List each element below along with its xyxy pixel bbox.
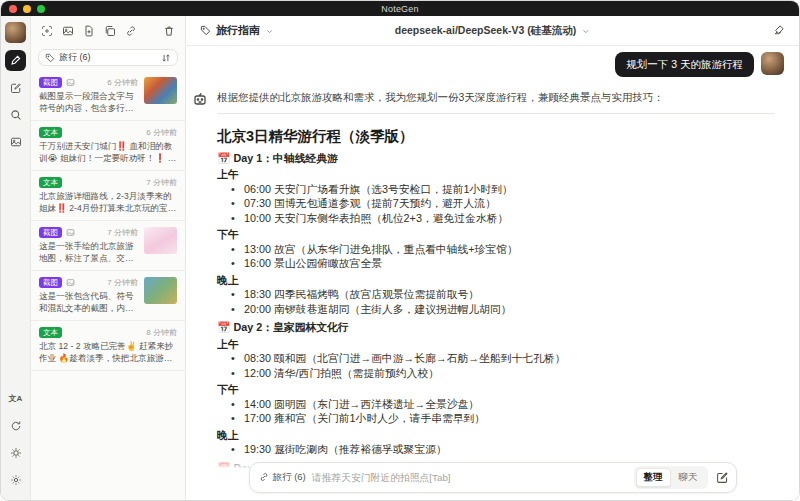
sidebar-toolbar: [31, 16, 185, 46]
note-card[interactable]: 文本 8 分钟前 北京 12 - 2 攻略已完善✌️ 赶紧来抄作业 🔥趁着淡季，…: [31, 321, 185, 371]
compose-icon: [10, 82, 22, 94]
app-rail: 文A: [1, 16, 31, 501]
user-avatar: [761, 52, 784, 75]
itinerary-item: 06:00 天安门广场看升旗（选3号安检口，提前1小时到）: [217, 182, 775, 197]
user-avatar[interactable]: [5, 22, 26, 43]
itinerary-time-label: 晚上: [217, 273, 775, 288]
note-card[interactable]: 截图 6 分钟前 截图显示一段混合文字与符号的内容，包含多行无序排列的字母、数字…: [31, 71, 185, 121]
itinerary-item: 20:00 南锣鼓巷逛胡同（主街人多，建议拐进帽儿胡同）: [217, 302, 775, 317]
sort-icon[interactable]: [161, 49, 171, 67]
note-thumbnail: [144, 277, 177, 304]
note-timestamp: 7 分钟前: [146, 177, 177, 188]
itinerary-title: 北京3日精华游行程（淡季版）: [217, 127, 775, 146]
settings-button[interactable]: [5, 469, 26, 490]
theme-toggle-button[interactable]: [5, 442, 26, 463]
robot-icon: [192, 91, 208, 476]
note-timestamp: 7 分钟前: [107, 227, 138, 238]
sync-button[interactable]: [5, 415, 26, 436]
note-card[interactable]: 截图 7 分钟前 这是一张手绘的北京旅游地图，标注了景点、交通方式和门票价格，如…: [31, 221, 185, 271]
itinerary-time-label: 晚上: [217, 428, 775, 443]
chat-input[interactable]: [312, 472, 628, 483]
new-chat-button[interactable]: [716, 471, 729, 484]
translate-button[interactable]: 文A: [5, 388, 26, 409]
trash-icon[interactable]: [163, 25, 175, 37]
model-selector[interactable]: deepseek-ai/DeepSeek-V3 (硅基流动): [395, 22, 590, 40]
note-type-badge: 文本: [39, 327, 62, 338]
organize-mode-button[interactable]: 整理: [636, 468, 671, 487]
sync-icon: [10, 420, 22, 432]
itinerary-item: 19:30 簋街吃涮肉（推荐裕德孚或聚宝源）: [217, 442, 775, 457]
itinerary-time-label: 上午: [217, 167, 775, 182]
itinerary-item: 16:00 景山公园俯瞰故宫全景: [217, 256, 775, 271]
chevron-down-icon: [265, 22, 274, 40]
record-note-tab[interactable]: [5, 50, 26, 71]
copy-icon[interactable]: [104, 25, 116, 37]
user-message: 规划一下 3 天的旅游行程: [615, 52, 754, 77]
note-preview-text: 北京 12 - 2 攻略已完善✌️ 赶紧来抄作业 🔥趁着淡季，快把北京旅游攻略重…: [39, 341, 177, 364]
assistant-message-row: 根据您提供的北京旅游攻略和需求，我为您规划一份3天深度游行程，兼顾经典景点与实用…: [186, 77, 799, 476]
insert-file-icon[interactable]: [83, 25, 95, 37]
tag-icon: [45, 49, 55, 67]
assistant-message: 根据您提供的北京旅游攻略和需求，我为您规划一份3天深度游行程，兼顾经典景点与实用…: [217, 90, 775, 476]
note-timestamp: 6 分钟前: [107, 77, 138, 88]
note-thumbnail: [144, 77, 177, 104]
notegen-window: NoteGen: [0, 0, 800, 501]
itinerary-time-label: 下午: [217, 382, 775, 397]
translate-icon: 文A: [9, 393, 23, 404]
tag-filter[interactable]: 旅行 (6): [38, 49, 178, 66]
tag-filter-label: 旅行 (6): [59, 51, 157, 64]
image-attachment-icon: [66, 278, 75, 287]
clear-chat-button[interactable]: [773, 22, 785, 40]
itinerary-item: 14:00 圆明园（东门进→西洋楼遗址→全景沙盘）: [217, 397, 775, 412]
note-card[interactable]: 文本 6 分钟前 千万别进天安门城门‼️ 血和泪的教训😭 姐妹们！一定要听劝呀！…: [31, 121, 185, 171]
itinerary-day-heading: 📅 Day 1：中轴线经典游: [217, 151, 775, 166]
mode-segment: 整理 聊天: [634, 466, 708, 489]
image-attachment-icon: [66, 228, 75, 237]
note-preview-text: 北京旅游详细路线，2-3月淡季来的姐妹‼️ 2-4月份打算来北京玩的宝子 不用再…: [39, 191, 177, 214]
itinerary-item: 17:00 雍和宫（关门前1小时人少，请手串需早到）: [217, 411, 775, 426]
note-preview-text: 这是一张包含代码、符号和混乱文本的截图，内容难以解读，似乎涉及技术...: [39, 291, 138, 314]
note-type-badge: 截图: [39, 77, 62, 88]
itinerary-time-label: 下午: [217, 227, 775, 242]
model-name: deepseek-ai/DeepSeek-V3 (硅基流动): [395, 24, 576, 38]
note-type-badge: 截图: [39, 227, 62, 238]
note-type-badge: 文本: [39, 177, 62, 188]
chat-mode-button[interactable]: 聊天: [671, 468, 706, 487]
itinerary-item: 08:30 颐和园（北宫门进→画中游→长廊→石舫→坐船到十七孔桥）: [217, 351, 775, 366]
note-card-list: 截图 6 分钟前 截图显示一段混合文字与符号的内容，包含多行无序排列的字母、数字…: [31, 71, 185, 501]
insert-image-icon[interactable]: [62, 25, 74, 37]
image-attachment-icon: [66, 78, 75, 87]
note-title: 旅行指南: [216, 23, 260, 38]
write-article-tab[interactable]: [5, 77, 26, 98]
note-timestamp: 6 分钟前: [146, 127, 177, 138]
note-type-badge: 文本: [39, 127, 62, 138]
main-panel: 旅行指南 deepseek-ai/DeepSeek-V3 (硅基流动): [186, 16, 799, 501]
note-title-dropdown[interactable]: 旅行指南: [200, 22, 274, 40]
chat-input-bar: 旅行 (6) 整理 聊天: [249, 462, 737, 493]
window-title: NoteGen: [1, 4, 799, 14]
divider: [217, 113, 775, 114]
pen-icon: [10, 55, 21, 66]
notes-sidebar: 旅行 (6) 截图 6 分钟前 截图显示一段混合文字与符号的内容，包含多行无序排…: [31, 16, 186, 501]
note-preview-text: 千万别进天安门城门‼️ 血和泪的教训😭 姐妹们！一定要听劝呀！❗ 除非是预约了参…: [39, 141, 177, 164]
tag-icon: [200, 22, 211, 40]
input-tag-label: 旅行 (6): [273, 471, 306, 484]
note-preview-text: 截图显示一段混合文字与符号的内容，包含多行无序排列的字母、数字和符...: [39, 91, 138, 114]
user-message-row: 规划一下 3 天的旅游行程: [186, 50, 799, 77]
itinerary-time-label: 上午: [217, 337, 775, 352]
link-icon: [259, 472, 269, 484]
screenshot-capture-icon[interactable]: [41, 25, 53, 37]
gallery-tab[interactable]: [5, 131, 26, 152]
chat-area: 规划一下 3 天的旅游行程 根据您提供的北京旅游攻略和需求，我为您规划一份3天深…: [186, 46, 799, 501]
input-tag-chip[interactable]: 旅行 (6): [259, 471, 306, 484]
note-preview-text: 这是一张手绘的北京旅游地图，标注了景点、交通方式和门票价格，如天安...: [39, 241, 138, 264]
titlebar: NoteGen: [1, 1, 799, 16]
note-card[interactable]: 截图 7 分钟前 这是一张包含代码、符号和混乱文本的截图，内容难以解读，似乎涉及…: [31, 271, 185, 321]
note-thumbnail: [144, 227, 177, 254]
link-icon[interactable]: [125, 25, 137, 37]
search-icon: [10, 109, 22, 121]
itinerary-item: 18:30 四季民福烤鸭（故宫店观景位需提前取号）: [217, 287, 775, 302]
search-tab[interactable]: [5, 104, 26, 125]
note-card[interactable]: 文本 7 分钟前 北京旅游详细路线，2-3月淡季来的姐妹‼️ 2-4月份打算来北…: [31, 171, 185, 221]
note-timestamp: 8 分钟前: [146, 327, 177, 338]
